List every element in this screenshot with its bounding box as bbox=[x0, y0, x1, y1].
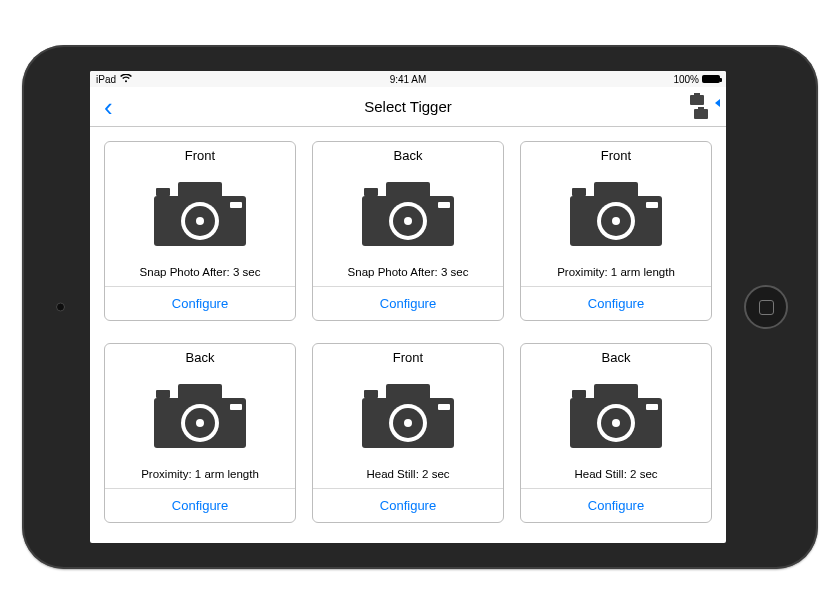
card-desc: Snap Photo After: 3 sec bbox=[313, 262, 503, 287]
camera-icon bbox=[105, 165, 295, 262]
svg-point-33 bbox=[404, 419, 412, 427]
page-title: Select Tigger bbox=[364, 98, 452, 115]
card-desc: Proximity: 1 arm length bbox=[521, 262, 711, 287]
battery-pct: 100% bbox=[673, 74, 699, 85]
device-front-camera bbox=[56, 303, 65, 312]
screen: iPad 9:41 AM 100% ‹ Select Tigger bbox=[90, 71, 726, 543]
configure-button[interactable]: Configure bbox=[105, 287, 295, 320]
svg-rect-27 bbox=[230, 404, 242, 410]
back-button[interactable]: ‹ bbox=[98, 94, 119, 120]
svg-rect-20 bbox=[646, 202, 658, 208]
camera-icon bbox=[521, 367, 711, 464]
status-bar: iPad 9:41 AM 100% bbox=[90, 71, 726, 87]
camera-icon bbox=[690, 95, 704, 105]
svg-point-26 bbox=[196, 419, 204, 427]
trigger-card[interactable]: Front Snap Photo After: 3 sec Configure bbox=[104, 141, 296, 321]
svg-rect-23 bbox=[156, 390, 170, 398]
svg-rect-34 bbox=[438, 404, 450, 410]
camera-icon bbox=[694, 109, 708, 119]
svg-point-19 bbox=[612, 217, 620, 225]
configure-button[interactable]: Configure bbox=[313, 287, 503, 320]
carrier-label: iPad bbox=[96, 74, 116, 85]
trigger-card[interactable]: Front Head Still: 2 sec Configure bbox=[312, 343, 504, 523]
configure-button[interactable]: Configure bbox=[521, 489, 711, 522]
camera-icon bbox=[313, 367, 503, 464]
svg-rect-1 bbox=[178, 182, 222, 198]
swap-camera-button[interactable] bbox=[690, 95, 718, 119]
status-left: iPad bbox=[96, 74, 132, 85]
camera-icon bbox=[521, 165, 711, 262]
svg-point-40 bbox=[612, 419, 620, 427]
swap-arrow-icon bbox=[715, 99, 720, 107]
svg-rect-6 bbox=[230, 202, 242, 208]
svg-rect-29 bbox=[386, 384, 430, 400]
svg-rect-13 bbox=[438, 202, 450, 208]
wifi-icon bbox=[120, 74, 132, 85]
camera-icon bbox=[313, 165, 503, 262]
configure-button[interactable]: Configure bbox=[521, 287, 711, 320]
ipad-frame: iPad 9:41 AM 100% ‹ Select Tigger bbox=[22, 45, 818, 569]
card-desc: Proximity: 1 arm length bbox=[105, 464, 295, 489]
camera-icon bbox=[105, 367, 295, 464]
configure-button[interactable]: Configure bbox=[105, 489, 295, 522]
svg-point-12 bbox=[404, 217, 412, 225]
home-button[interactable] bbox=[744, 285, 788, 329]
svg-rect-37 bbox=[572, 390, 586, 398]
card-title: Back bbox=[313, 142, 503, 165]
svg-rect-30 bbox=[364, 390, 378, 398]
card-title: Back bbox=[521, 344, 711, 367]
card-title: Front bbox=[521, 142, 711, 165]
trigger-card[interactable]: Back Head Still: 2 sec Configure bbox=[520, 343, 712, 523]
card-desc: Snap Photo After: 3 sec bbox=[105, 262, 295, 287]
card-title: Front bbox=[105, 142, 295, 165]
svg-rect-8 bbox=[386, 182, 430, 198]
svg-rect-2 bbox=[156, 188, 170, 196]
card-title: Back bbox=[105, 344, 295, 367]
configure-button[interactable]: Configure bbox=[313, 489, 503, 522]
trigger-card[interactable]: Back Proximity: 1 arm length Configure bbox=[104, 343, 296, 523]
svg-rect-9 bbox=[364, 188, 378, 196]
card-title: Front bbox=[313, 344, 503, 367]
card-desc: Head Still: 2 sec bbox=[521, 464, 711, 489]
svg-rect-41 bbox=[646, 404, 658, 410]
svg-rect-16 bbox=[572, 188, 586, 196]
trigger-grid: Front Snap Photo After: 3 sec Configure … bbox=[90, 127, 726, 543]
trigger-card[interactable]: Back Snap Photo After: 3 sec Configure bbox=[312, 141, 504, 321]
svg-point-5 bbox=[196, 217, 204, 225]
svg-rect-15 bbox=[594, 182, 638, 198]
svg-rect-22 bbox=[178, 384, 222, 400]
card-desc: Head Still: 2 sec bbox=[313, 464, 503, 489]
svg-rect-36 bbox=[594, 384, 638, 400]
nav-bar: ‹ Select Tigger bbox=[90, 87, 726, 127]
status-right: 100% bbox=[673, 74, 720, 85]
battery-icon bbox=[702, 75, 720, 83]
trigger-card[interactable]: Front Proximity: 1 arm length Configure bbox=[520, 141, 712, 321]
status-time: 9:41 AM bbox=[390, 74, 427, 85]
